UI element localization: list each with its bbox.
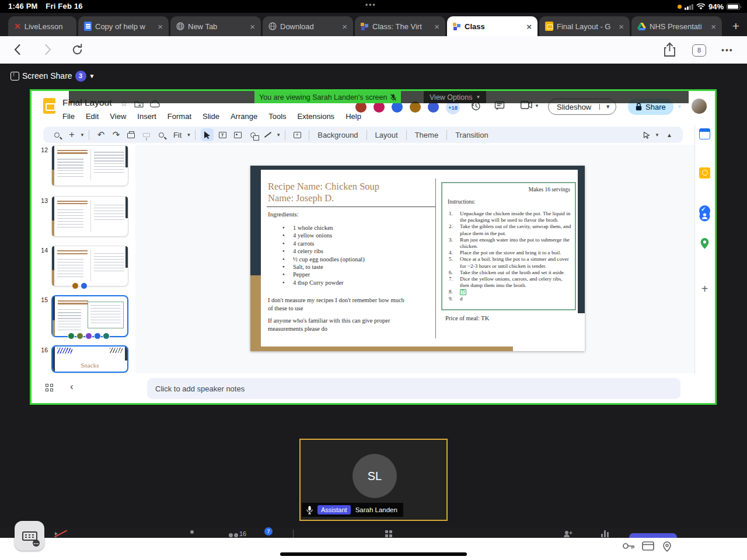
transition-button[interactable]: Transition bbox=[451, 131, 493, 139]
search-menus-icon[interactable] bbox=[50, 128, 63, 141]
close-tab-icon[interactable]: × bbox=[246, 22, 255, 31]
chevron-left-icon[interactable]: ‹ bbox=[70, 381, 74, 393]
reload-button[interactable] bbox=[71, 43, 84, 57]
background-button[interactable]: Background bbox=[313, 131, 362, 139]
passwords-key-icon[interactable] bbox=[622, 541, 635, 551]
chevron-down-icon[interactable]: ▼ bbox=[535, 103, 539, 108]
insert-shape-tool[interactable] bbox=[246, 128, 259, 141]
slide-canvas[interactable]: Recipe Name: Chicken Soup Name: Joseph D… bbox=[135, 145, 694, 373]
menu-format[interactable]: Format bbox=[167, 112, 191, 121]
thumbnail-collaborator-dots bbox=[68, 332, 110, 340]
print-icon[interactable] bbox=[125, 128, 138, 141]
fit-dropdown[interactable]: ▼ bbox=[186, 132, 191, 138]
google-keep-icon[interactable] bbox=[699, 167, 710, 178]
browser-menu-button[interactable]: ••• bbox=[721, 46, 734, 55]
location-pin-icon[interactable] bbox=[663, 541, 671, 552]
tab-download[interactable]: Download × bbox=[263, 16, 353, 36]
slide-accent-bottom bbox=[250, 346, 513, 351]
recipe-note-1[interactable]: I don't measure my recipes I don't remem… bbox=[268, 296, 408, 312]
laser-dropdown[interactable]: ▼ bbox=[655, 132, 659, 138]
tab-overview-button[interactable]: 8 bbox=[692, 44, 706, 57]
insert-comment-tool[interactable]: + bbox=[291, 128, 303, 141]
share-icon[interactable] bbox=[664, 43, 676, 57]
new-slide-dropdown[interactable]: ▼ bbox=[80, 132, 85, 138]
card-icon[interactable] bbox=[642, 541, 654, 551]
theme-button[interactable]: Theme bbox=[411, 131, 442, 139]
layout-grid-icon[interactable] bbox=[385, 530, 393, 538]
close-tab-icon[interactable]: × bbox=[154, 22, 163, 31]
participants-button[interactable]: 16 bbox=[229, 530, 246, 537]
add-participant-icon[interactable] bbox=[563, 530, 573, 538]
tab-final-layout[interactable]: Final Layout - G × bbox=[539, 16, 630, 36]
recipe-note-2[interactable]: If anyone who's familiar with this can g… bbox=[268, 317, 408, 332]
text-box-tool[interactable]: T bbox=[216, 128, 229, 141]
google-maps-icon[interactable] bbox=[699, 238, 710, 249]
menu-slide[interactable]: Slide bbox=[203, 112, 219, 121]
insert-image-tool[interactable] bbox=[231, 128, 244, 141]
menu-insert[interactable]: Insert bbox=[137, 112, 156, 121]
price-label[interactable]: Price of meal: TK bbox=[445, 315, 489, 321]
tab-class-active[interactable]: Class × bbox=[447, 16, 537, 36]
select-tool[interactable] bbox=[201, 128, 214, 141]
add-addon-icon[interactable]: + bbox=[699, 284, 710, 295]
slide-15-editor[interactable]: Recipe Name: Chicken Soup Name: Joseph D… bbox=[250, 166, 585, 351]
slide-accent-left-dark bbox=[250, 166, 261, 275]
close-tab-icon[interactable]: × bbox=[707, 22, 716, 31]
tab-livelesson[interactable]: ✕ LiveLesson bbox=[8, 16, 76, 36]
slide-thumbnail-13[interactable] bbox=[51, 196, 128, 237]
share-dropdown[interactable]: ▼ bbox=[677, 104, 682, 110]
menu-edit[interactable]: Edit bbox=[86, 112, 99, 121]
slideshow-dropdown[interactable]: ▼ bbox=[599, 104, 616, 110]
tab-class-the-virtual[interactable]: Class: The Virt × bbox=[355, 16, 445, 36]
user-avatar[interactable] bbox=[692, 99, 707, 114]
ingredients-list[interactable]: 1 whole chicken 4 yellow onions 4 carrot… bbox=[282, 224, 365, 286]
back-button[interactable] bbox=[12, 43, 25, 56]
recipe-title[interactable]: Recipe Name: Chicken Soup Name: Joseph D… bbox=[268, 181, 379, 204]
layout-button[interactable]: Layout bbox=[371, 131, 402, 139]
ingredients-label[interactable]: Ingredients: bbox=[268, 211, 299, 218]
collapse-toolbar-icon[interactable]: ▲ bbox=[663, 128, 676, 141]
slide-thumbnail-16[interactable]: Snacks bbox=[51, 345, 128, 373]
mic-muted-icon bbox=[390, 94, 396, 101]
instructions-list[interactable]: Unpackage the chicken inside the pot. Th… bbox=[448, 211, 571, 302]
close-tab-icon[interactable]: × bbox=[615, 22, 624, 31]
paint-format-icon[interactable] bbox=[140, 128, 153, 141]
redo-icon[interactable]: ↷ bbox=[110, 128, 123, 141]
new-slide-button[interactable]: + bbox=[65, 128, 78, 141]
laser-pointer-tool[interactable] bbox=[640, 128, 653, 141]
keyboard-toggle-button[interactable]: ••• bbox=[15, 521, 44, 551]
undo-icon[interactable]: ↶ bbox=[95, 128, 107, 141]
forward-button[interactable] bbox=[41, 43, 54, 56]
slide-thumbnail-14[interactable] bbox=[51, 246, 128, 286]
tab-copy-of-help[interactable]: Copy of help w × bbox=[78, 16, 169, 36]
tab-new-tab[interactable]: New Tab × bbox=[170, 16, 261, 36]
menu-tools[interactable]: Tools bbox=[268, 112, 286, 121]
close-tab-icon[interactable]: × bbox=[338, 22, 347, 31]
google-calendar-icon[interactable] bbox=[699, 128, 710, 139]
slides-logo-icon[interactable] bbox=[43, 98, 55, 114]
line-dropdown[interactable]: ▼ bbox=[276, 132, 281, 138]
instructions-box[interactable]: Makes 16 servings Instructions: Unpackag… bbox=[441, 182, 576, 310]
menu-view[interactable]: View bbox=[110, 112, 126, 121]
grid-view-icon[interactable] bbox=[46, 384, 53, 391]
insert-line-tool[interactable] bbox=[261, 128, 274, 141]
zoom-fit-select[interactable]: Fit bbox=[169, 131, 186, 139]
speaker-notes-input[interactable]: Click to add speaker notes bbox=[147, 378, 680, 399]
slide-thumbnail-15-selected[interactable] bbox=[51, 295, 128, 337]
view-options-button[interactable]: View Options ▼ bbox=[424, 91, 486, 103]
new-tab-button[interactable]: + bbox=[727, 16, 745, 36]
screen-share-bar[interactable]: Screen Share 3 ▼ bbox=[11, 68, 95, 83]
lock-icon bbox=[636, 103, 642, 111]
stats-icon[interactable] bbox=[601, 529, 609, 537]
close-tab-icon[interactable]: × bbox=[431, 22, 439, 31]
close-tab-icon[interactable]: × bbox=[523, 22, 532, 31]
participant-video-tile[interactable]: SL Assistant Sarah Landen bbox=[299, 439, 448, 521]
zoom-icon[interactable] bbox=[155, 128, 168, 141]
tab-nhs-presentation[interactable]: NHS Presentati × bbox=[631, 16, 722, 36]
menu-extensions[interactable]: Extensions bbox=[298, 112, 335, 121]
home-indicator[interactable] bbox=[280, 552, 467, 556]
google-contacts-icon[interactable] bbox=[699, 211, 710, 222]
menu-arrange[interactable]: Arrange bbox=[231, 112, 257, 121]
menu-file[interactable]: File bbox=[62, 112, 75, 121]
slide-thumbnail-12[interactable] bbox=[51, 145, 128, 186]
